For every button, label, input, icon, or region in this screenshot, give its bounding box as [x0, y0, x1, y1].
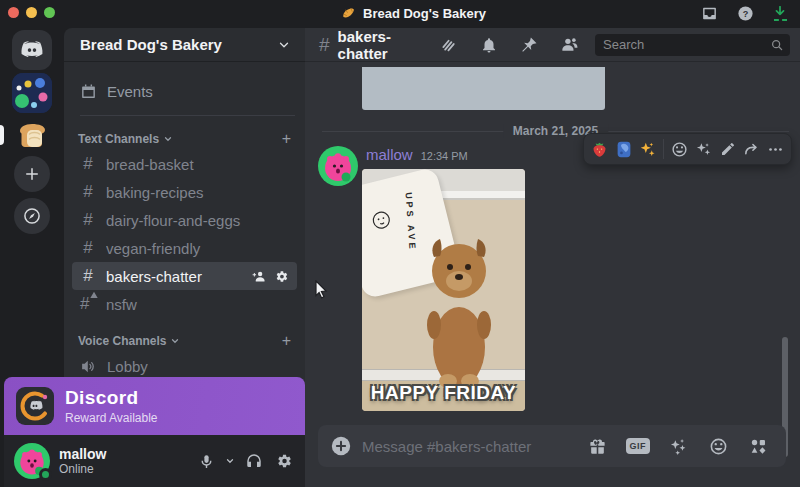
gif-caption: HAPPY FRIDAY	[362, 382, 525, 404]
server-icon-art[interactable]	[12, 73, 52, 113]
more-options-icon[interactable]	[764, 137, 787, 161]
sticker-icon[interactable]	[665, 433, 692, 460]
super-reaction-icon[interactable]	[692, 137, 715, 161]
reply-arrow-icon[interactable]	[740, 137, 763, 161]
message-input-bar: GIF	[318, 425, 786, 467]
chevron-down-icon	[170, 336, 180, 346]
discord-app-window: Bread Dog's Bakery ?	[0, 0, 800, 487]
chevron-down-icon	[163, 134, 173, 144]
channel-name: bread-basket	[106, 156, 289, 173]
emoji-picker-icon[interactable]	[705, 433, 732, 460]
channel-bread-basket[interactable]: # bread-basket	[72, 150, 297, 178]
panel-username: mallow	[59, 446, 106, 462]
section-voice-channels[interactable]: Voice Channels +	[78, 330, 291, 352]
quick-reaction-sparkles-icon[interactable]	[636, 137, 659, 161]
divider	[80, 115, 295, 116]
channel-header: # bakers-chatter	[305, 28, 800, 62]
reward-banner-subtitle: Reward Available	[65, 411, 158, 425]
message-list: March 21, 2025 mallow 12:34 PM UPS AVE	[305, 63, 800, 427]
user-avatar[interactable]	[14, 443, 50, 479]
channel-nsfw[interactable]: # nsfw	[72, 290, 297, 318]
channel-dairy-flour-and-eggs[interactable]: # dairy-flour-and-eggs	[72, 206, 297, 234]
inbox-icon[interactable]	[701, 5, 718, 22]
channel-vegan-friendly[interactable]: # vegan-friendly	[72, 234, 297, 262]
add-server-button[interactable]	[14, 156, 50, 192]
create-channel-button[interactable]: +	[282, 130, 291, 148]
divider	[663, 139, 664, 159]
home-button[interactable]	[12, 30, 52, 70]
mic-chevron-icon[interactable]	[223, 452, 237, 470]
close-window-button[interactable]	[8, 7, 19, 18]
download-icon[interactable]	[773, 6, 787, 21]
zoom-window-button[interactable]	[44, 7, 55, 18]
notification-bell-icon[interactable]	[476, 32, 502, 58]
gift-icon[interactable]	[584, 433, 611, 460]
help-icon[interactable]: ?	[737, 5, 754, 22]
titlebar: Bread Dog's Bakery ?	[0, 0, 800, 28]
pinned-messages-icon[interactable]	[516, 32, 542, 58]
attach-plus-icon[interactable]	[330, 435, 352, 457]
hash-icon: #	[80, 182, 96, 202]
bottom-card: Discord Reward Available mallow Online	[4, 377, 305, 487]
gif-pillow-text: UPS AVE	[404, 192, 418, 252]
member-list-icon[interactable]	[556, 31, 583, 58]
server-icon-bread[interactable]	[12, 116, 52, 156]
hash-icon: #	[80, 238, 96, 258]
chat-area: # bakers-chatter	[305, 28, 800, 487]
invite-people-icon[interactable]	[252, 269, 267, 284]
hash-icon: #	[319, 34, 330, 56]
user-panel: mallow Online	[4, 435, 305, 487]
titlebar-actions: ?	[701, 5, 787, 22]
explore-servers-button[interactable]	[14, 198, 50, 234]
message-author[interactable]: mallow	[366, 146, 413, 163]
threads-icon[interactable]	[436, 32, 462, 58]
minimize-window-button[interactable]	[26, 7, 37, 18]
search-box	[595, 34, 790, 56]
channel-name: Lobby	[107, 358, 289, 375]
panel-status: Online	[59, 462, 106, 476]
section-text-channels[interactable]: Text Channels +	[78, 128, 291, 150]
gif-attachment[interactable]: UPS AVE HAPPY FRIDAY	[362, 169, 525, 411]
reward-banner[interactable]: Discord Reward Available	[4, 377, 305, 435]
create-voice-channel-button[interactable]: +	[282, 332, 291, 350]
server-name: Bread Dog's Bakery	[80, 36, 222, 53]
message-hover-toolbar	[583, 133, 792, 165]
channel-title: bakers-chatter	[338, 28, 436, 62]
active-server-pill	[0, 125, 4, 145]
calendar-icon	[80, 83, 97, 100]
add-reaction-icon[interactable]	[668, 137, 691, 161]
channel-name: bakers-chatter	[106, 268, 242, 285]
help-glyph: ?	[743, 9, 749, 19]
window-title-text: Bread Dog's Bakery	[363, 6, 486, 21]
channel-baking-recipes[interactable]: # baking-recipes	[72, 178, 297, 206]
text-channels-label: Text Channels	[78, 132, 159, 146]
channel-bakers-chatter[interactable]: # bakers-chatter	[72, 262, 297, 290]
croissant-icon	[341, 6, 356, 21]
edit-pencil-icon[interactable]	[716, 137, 739, 161]
voice-channels-label: Voice Channels	[78, 334, 166, 348]
channel-name: vegan-friendly	[106, 240, 289, 257]
apps-icon[interactable]	[745, 433, 772, 460]
quick-reaction-strawberry-icon[interactable]	[588, 137, 611, 161]
message-input[interactable]	[362, 438, 574, 455]
gif-picker-icon[interactable]: GIF	[624, 436, 653, 456]
user-settings-gear-icon[interactable]	[271, 448, 297, 474]
quest-badge-icon	[16, 387, 54, 425]
sidebar-item-events[interactable]: Events	[72, 77, 297, 105]
hash-icon: #	[80, 154, 96, 174]
voice-channel-lobby[interactable]: Lobby	[72, 352, 297, 380]
puppy-image	[420, 229, 498, 389]
search-input[interactable]	[603, 37, 770, 52]
mic-icon[interactable]	[194, 449, 219, 474]
channel-name: dairy-flour-and-eggs	[106, 212, 289, 229]
reward-banner-title: Discord	[65, 388, 158, 408]
quick-reaction-custom-blue-icon[interactable]	[612, 137, 635, 161]
server-dropdown[interactable]: Bread Dog's Bakery	[64, 28, 305, 62]
previous-attachment-image[interactable]	[362, 67, 605, 110]
headphones-icon[interactable]	[241, 448, 267, 474]
message-avatar[interactable]	[318, 146, 358, 186]
message-timestamp: 12:34 PM	[421, 150, 468, 162]
hash-icon: #	[80, 266, 96, 286]
chevron-down-icon	[277, 38, 291, 52]
edit-channel-gear-icon[interactable]	[274, 269, 289, 284]
